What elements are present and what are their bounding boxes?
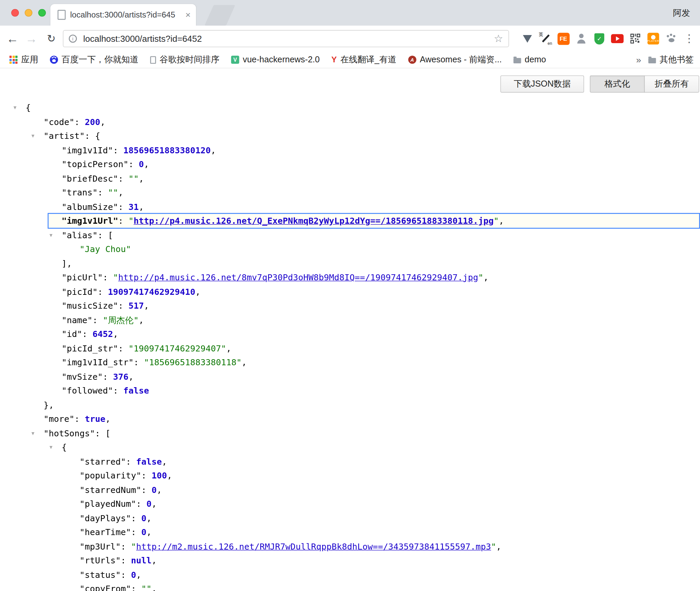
json-token: "hearTime" [80,527,131,537]
profile-label[interactable]: 阿发 [673,7,690,19]
json-token: "" [108,187,118,197]
chrome-menu-icon[interactable]: ⋮ [682,30,697,47]
youdao-icon: Y [331,56,337,64]
youtube-extension-icon[interactable] [610,30,624,47]
close-window-button[interactable] [11,9,19,17]
json-token: : [141,485,152,494]
folder-icon [514,58,521,63]
json-token: , [136,569,141,579]
json-token: 0 [141,527,146,537]
json-token: : [97,286,108,296]
json-token: "周杰伦" [103,315,139,324]
json-token: , [483,272,488,282]
player-icon: PLAYER [647,33,659,44]
json-line: "mp3Url": "http://m2.music.126.net/RMJR7… [0,539,700,554]
json-token: : [121,555,131,565]
player-extension-icon[interactable]: PLAYER [646,30,661,47]
translate-badge: 英 [538,31,543,38]
other-bookmarks-folder[interactable]: 其他书签 [648,54,694,66]
shield-extension-icon[interactable]: ✓ [592,30,607,47]
paw-extension-icon[interactable] [664,30,678,47]
json-token: "hotSongs" [43,428,95,438]
bookmark-youdao[interactable]: Y 在线翻译_有道 [326,54,402,66]
json-token: 31 [128,201,139,211]
bookmark-awesomes[interactable]: A Awesomes - 前端资... [402,54,507,66]
json-token: [ [105,428,110,438]
json-token: 100 [152,470,167,480]
json-token: , [152,499,157,508]
folder-icon [648,58,656,63]
collapse-toggle-icon[interactable]: ▼ [13,101,17,115]
json-token: " [478,272,483,282]
format-button[interactable]: 格式化 [590,75,645,93]
bookmarks-overflow-icon[interactable]: » [636,55,641,65]
collapse-toggle-icon[interactable]: ▼ [31,129,34,143]
json-token: "alias" [62,230,98,240]
back-icon[interactable]: ← [4,26,21,52]
download-json-button[interactable]: 下载JSON数据 [500,75,584,93]
bookmark-google-sort[interactable]: 谷歌按时间排序 [144,54,225,66]
json-token: , [499,216,504,225]
collapse-all-button[interactable]: 折叠所有 [644,75,699,93]
json-token: , [496,541,501,551]
json-url-link[interactable]: http://m2.music.126.net/RMJR7wDullRqppBk… [136,541,491,551]
json-token: [ [108,230,113,240]
person-extension-icon[interactable] [574,30,589,47]
json-url-link[interactable]: http://p4.music.126.net/8mv7qP30Pd3oHW8b… [118,272,478,282]
other-bookmarks-label: 其他书签 [660,54,694,66]
json-token: 18569651883380120 [123,145,211,155]
new-tab-button[interactable] [204,5,235,26]
json-token: 0 [141,513,146,523]
tab-close-icon[interactable]: × [185,10,191,20]
json-token: "copyFrom" [80,584,131,591]
bookmark-star-icon[interactable]: ☆ [494,33,503,45]
json-token: "picUrl" [62,272,103,282]
json-token: , [139,201,144,211]
json-token: 200 [85,117,100,126]
json-url-link[interactable]: http://p4.music.126.net/Q_ExePNkmqB2yWyL… [134,216,494,225]
json-token: : [97,187,108,197]
address-bar[interactable]: i localhost:3000/artists?id=6452 ☆ [63,30,509,47]
bookmarks-right: » 其他书签 [636,54,694,66]
collapse-toggle-icon[interactable]: ▼ [31,426,34,440]
player-label: PLAYER [647,39,659,42]
collapse-toggle-icon[interactable]: ▼ [50,440,53,455]
json-line: "dayPlays": 0, [0,511,700,525]
json-token: , [152,584,157,591]
bookmark-apps[interactable]: 应用 [4,54,44,66]
browser-tab[interactable]: localhost:3000/artists?id=645 × [50,4,196,26]
json-token: : [121,569,131,579]
reload-icon[interactable]: ↻ [43,26,59,52]
json-token: , [139,315,144,324]
bookmark-baidu[interactable]: 百度一下，你就知道 [44,54,144,66]
extensions-row: 英 en FE ✓ [520,26,697,52]
json-line: "mvSize": 376, [0,370,700,384]
page-info-icon[interactable]: i [69,35,77,43]
json-token: , [195,286,200,296]
bookmark-vue-hackernews[interactable]: V vue-hackernews-2.0 [225,55,325,65]
bookmark-demo[interactable]: demo [507,55,552,65]
minimize-window-button[interactable] [25,9,32,17]
json-token: { [26,102,31,112]
translate-extension-icon[interactable]: 英 en [538,30,553,47]
json-line: "topicPerson": 0, [0,157,700,172]
json-token: " [491,541,496,551]
json-token: : [126,456,136,466]
awesomes-icon: A [408,56,416,64]
json-token: "popularity" [80,470,141,480]
collapse-toggle-icon[interactable]: ▼ [50,228,53,242]
json-line: "more": true, [0,412,700,426]
json-token: , [242,357,247,367]
qrcode-extension-icon[interactable] [628,30,643,47]
json-token: "picId" [62,286,98,296]
json-token: : [103,371,113,381]
json-token: , [226,343,231,353]
paw-icon [665,33,677,44]
json-token: : [113,385,123,395]
forward-icon[interactable]: → [23,26,39,52]
maximize-window-button[interactable] [38,9,46,17]
json-token: { [62,442,67,452]
json-token: : [75,117,85,126]
v-extension-icon[interactable] [520,30,535,47]
fehelper-extension-icon[interactable]: FE [556,30,571,47]
